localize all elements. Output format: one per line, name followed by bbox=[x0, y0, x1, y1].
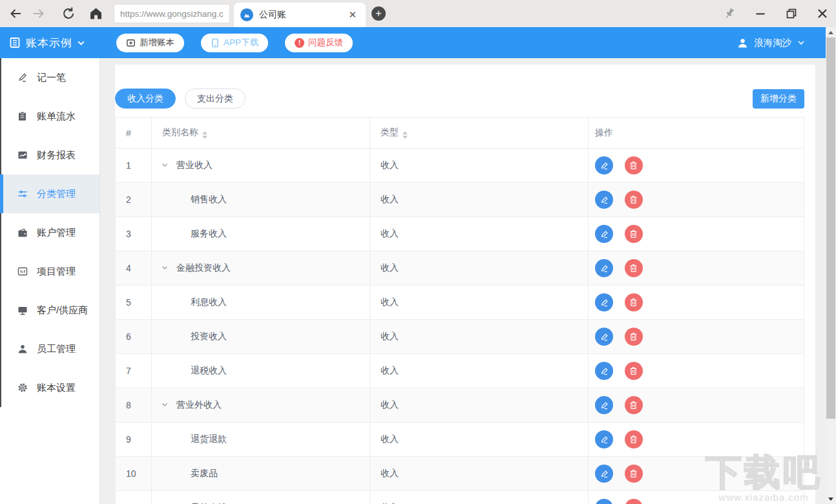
table-row: 2 销售收入 收入 bbox=[116, 183, 804, 217]
category-name: 利息收入 bbox=[191, 297, 227, 307]
sidebar-item-reports[interactable]: 财务报表 bbox=[1, 136, 99, 174]
delete-button[interactable] bbox=[625, 259, 643, 277]
sidebar-item-projects[interactable]: 项目管理 bbox=[1, 252, 99, 291]
sidebar-item-bills[interactable]: 账单流水 bbox=[1, 97, 99, 136]
forward-icon[interactable] bbox=[31, 6, 47, 21]
col-category-name[interactable]: 类别名称 bbox=[152, 118, 370, 149]
scrollbar-thumb[interactable] bbox=[826, 37, 835, 419]
chevron-down-icon[interactable] bbox=[161, 161, 174, 169]
category-type: 收入 bbox=[370, 388, 589, 423]
tab-income-categories[interactable]: 收入分类 bbox=[115, 89, 176, 109]
new-tab-icon[interactable]: + bbox=[371, 6, 386, 21]
new-ledger-button[interactable]: 新增账本 bbox=[116, 34, 184, 52]
minimize-icon[interactable] bbox=[752, 5, 769, 22]
app-header: 账本示例 新增账本 APP下载 ! 问题反馈 浪海淘沙 bbox=[0, 27, 826, 58]
table-row: 4 金融投资收入 收入 bbox=[116, 251, 804, 286]
sidebar-item-categories[interactable]: 分类管理 bbox=[1, 174, 99, 213]
edit-button[interactable] bbox=[595, 191, 613, 209]
table-row: 8 营业外收入 收入 bbox=[116, 388, 804, 423]
sidebar-item-record[interactable]: 记一笔 bbox=[1, 58, 99, 97]
category-name: 营业收入 bbox=[176, 160, 213, 170]
exclamation-icon: ! bbox=[295, 38, 304, 48]
restore-icon[interactable] bbox=[783, 5, 800, 22]
table-row: 7 退税收入 收入 bbox=[116, 354, 804, 388]
edit-button[interactable] bbox=[595, 293, 613, 311]
category-type: 收入 bbox=[370, 320, 589, 354]
category-type: 收入 bbox=[370, 354, 589, 388]
chevron-down-icon[interactable] bbox=[161, 401, 174, 408]
delete-button[interactable] bbox=[625, 293, 643, 311]
category-name: 销售收入 bbox=[191, 194, 227, 204]
page-scrollbar[interactable] bbox=[826, 27, 836, 504]
pin-icon[interactable] bbox=[721, 5, 738, 22]
sidebar-item-employees[interactable]: 员工管理 bbox=[1, 330, 99, 368]
col-type[interactable]: 类型 bbox=[370, 118, 589, 149]
edit-button[interactable] bbox=[595, 396, 613, 414]
edit-button[interactable] bbox=[595, 259, 613, 277]
table-row: 1 营业收入 收入 bbox=[116, 149, 804, 183]
edit-button[interactable] bbox=[595, 328, 613, 346]
ledger-switcher[interactable]: 账本示例 bbox=[9, 36, 85, 50]
chevron-down-icon bbox=[77, 39, 85, 47]
edit-button[interactable] bbox=[595, 362, 613, 380]
delete-button[interactable] bbox=[625, 191, 643, 209]
browser-tab[interactable]: 公司账 ✕ bbox=[234, 3, 366, 27]
edit-button[interactable] bbox=[595, 156, 613, 174]
row-index: 7 bbox=[116, 354, 152, 388]
report-chart-icon bbox=[17, 150, 28, 160]
user-menu[interactable]: 浪海淘沙 bbox=[737, 27, 805, 58]
chevron-down-icon[interactable] bbox=[161, 264, 174, 271]
delete-button[interactable] bbox=[625, 328, 643, 346]
address-bar[interactable] bbox=[114, 4, 230, 23]
tab-title: 公司账 bbox=[259, 9, 346, 21]
delete-button[interactable] bbox=[625, 465, 643, 483]
edit-button[interactable] bbox=[595, 499, 613, 504]
chevron-down-icon bbox=[797, 39, 805, 47]
phone-icon bbox=[211, 38, 220, 48]
ledger-name: 账本示例 bbox=[26, 36, 72, 50]
edit-button[interactable] bbox=[595, 225, 613, 243]
scroll-up-icon[interactable] bbox=[826, 27, 836, 37]
category-type: 收入 bbox=[370, 286, 589, 320]
row-index: 8 bbox=[116, 388, 152, 423]
app-download-button[interactable]: APP下载 bbox=[201, 34, 268, 52]
table-body: 1 营业收入 收入 2 bbox=[116, 149, 804, 504]
category-name: 营业外收入 bbox=[176, 399, 222, 410]
delete-button[interactable] bbox=[625, 499, 643, 504]
tab-expense-categories[interactable]: 支出分类 bbox=[185, 89, 246, 109]
table-row: 3 服务收入 收入 bbox=[116, 217, 804, 251]
browser-chrome: 公司账 ✕ + bbox=[0, 0, 836, 27]
sidebar-item-accounts[interactable]: 账户管理 bbox=[1, 213, 99, 252]
add-ledger-icon bbox=[126, 38, 136, 48]
scroll-down-icon[interactable] bbox=[826, 494, 836, 504]
category-name: 退税收入 bbox=[191, 365, 227, 375]
sort-icon[interactable] bbox=[202, 131, 207, 139]
close-icon[interactable] bbox=[814, 5, 831, 22]
category-name: 投资收入 bbox=[191, 331, 227, 341]
delete-button[interactable] bbox=[625, 362, 643, 380]
tab-close-icon[interactable]: ✕ bbox=[346, 8, 359, 22]
row-index: 6 bbox=[116, 320, 152, 354]
delete-button[interactable] bbox=[625, 156, 643, 174]
delete-button[interactable] bbox=[625, 430, 643, 448]
row-index: 5 bbox=[116, 286, 152, 320]
delete-button[interactable] bbox=[625, 396, 643, 414]
refresh-icon[interactable] bbox=[61, 6, 76, 21]
category-name: 退货退款 bbox=[191, 434, 227, 444]
delete-button[interactable] bbox=[625, 225, 643, 243]
row-index: 10 bbox=[116, 457, 152, 491]
sidebar-item-settings[interactable]: 账本设置 bbox=[1, 368, 99, 407]
gear-icon bbox=[17, 383, 28, 393]
back-icon[interactable] bbox=[8, 6, 23, 21]
add-category-button[interactable]: 新增分类 bbox=[753, 89, 804, 109]
feedback-button[interactable]: ! 问题反馈 bbox=[285, 34, 353, 52]
category-name: 金融投资收入 bbox=[176, 262, 231, 273]
user-icon bbox=[737, 37, 748, 48]
sidebar-item-customers[interactable]: 客户/供应商 bbox=[1, 291, 99, 330]
home-icon[interactable] bbox=[88, 6, 103, 21]
edit-button[interactable] bbox=[595, 465, 613, 483]
categories-table: # 类别名称 类型 操作 1 bbox=[115, 117, 804, 504]
table-header-row: # 类别名称 类型 操作 bbox=[116, 118, 804, 149]
edit-button[interactable] bbox=[595, 430, 613, 448]
sort-icon[interactable] bbox=[402, 131, 408, 139]
